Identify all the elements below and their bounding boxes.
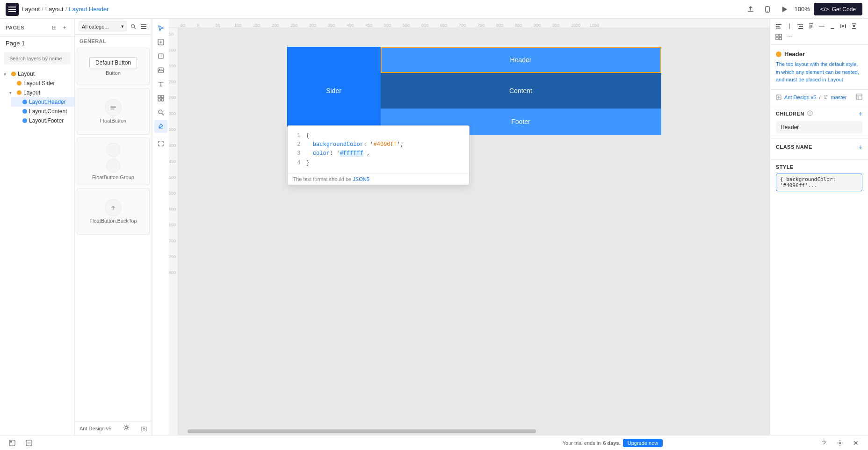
expand-icon[interactable] xyxy=(154,137,167,150)
bottom-close-icon[interactable]: ✕ xyxy=(849,436,862,450)
toolbar-divider xyxy=(152,135,169,135)
main-layout: PAGES ⊞ + Page 1 ▾ ▾ Layout Layout.Sider xyxy=(0,19,868,435)
svg-rect-2 xyxy=(8,11,16,12)
component-icon[interactable] xyxy=(154,92,167,105)
float-button-backtop-component[interactable]: FloatButton.BackTop xyxy=(77,188,150,235)
image-icon[interactable] xyxy=(154,64,167,77)
layer-item-layout2[interactable]: ▾ Layout xyxy=(6,88,74,97)
align-center-icon[interactable] xyxy=(785,22,794,31)
button-component[interactable]: Default Button Button xyxy=(77,48,150,85)
align-top-icon[interactable] xyxy=(806,22,816,31)
layer-item-sider[interactable]: Layout.Sider xyxy=(6,79,74,88)
align-right-icon[interactable] xyxy=(796,22,805,31)
component-toolbar: All catego... ▾ xyxy=(75,19,152,35)
class-name-section: CLASS NAME + xyxy=(770,138,868,160)
svg-rect-1 xyxy=(8,9,16,10)
upload-icon[interactable] xyxy=(744,3,757,16)
svg-rect-40 xyxy=(842,25,844,27)
layer-item-footer[interactable]: Layout.Footer xyxy=(11,116,74,125)
children-add-button[interactable]: + xyxy=(859,110,862,117)
list-view-icon[interactable] xyxy=(139,22,148,31)
topbar-left: Layout / Layout / Layout.Header xyxy=(6,3,740,16)
layer-item-content[interactable]: Layout.Content xyxy=(11,107,74,116)
add-element-icon[interactable] xyxy=(154,36,167,49)
layer-dot-sider xyxy=(17,81,22,86)
align-left-icon[interactable] xyxy=(774,22,783,31)
canvas-header[interactable]: Header xyxy=(381,47,661,73)
app-logo[interactable] xyxy=(6,3,19,16)
canvas-sider[interactable]: Sider xyxy=(287,47,381,135)
horizontal-scrollbar[interactable] xyxy=(188,429,768,433)
children-section: CHILDREN i + Header xyxy=(770,105,868,138)
bottom-bar: Your trial ends in 6 days. Upgrade now ?… xyxy=(0,435,868,450)
get-code-button[interactable]: </> Get Code xyxy=(814,3,862,15)
float-button-preview xyxy=(105,99,122,116)
more-options-icon[interactable]: ⋯ xyxy=(785,32,794,42)
source-link[interactable]: Ant Design v5 xyxy=(784,94,816,100)
category-chevron: ▾ xyxy=(121,23,124,29)
pages-add-icon[interactable]: + xyxy=(60,23,69,32)
svg-rect-39 xyxy=(845,24,846,28)
header-label: Header xyxy=(510,56,532,64)
source-table-icon[interactable] xyxy=(856,94,862,101)
layer-item-layout1[interactable]: ▾ Layout xyxy=(0,69,74,79)
style-section: STYLE { backgroundColor: '#4096ff'... xyxy=(770,160,868,197)
frame-icon[interactable] xyxy=(154,50,167,63)
text-edit-icon[interactable] xyxy=(154,120,167,133)
layer-item-header[interactable]: Layout.Header xyxy=(11,97,74,107)
children-item-header[interactable]: Header xyxy=(776,121,862,133)
code-editor-inner[interactable]: 1 { 2 backgroundColor: '#4096ff', 3 colo… xyxy=(288,126,469,173)
bottom-help-icon[interactable]: ? xyxy=(817,436,831,450)
upgrade-button[interactable]: Upgrade now xyxy=(623,439,663,447)
category-label: All catego... xyxy=(82,24,108,29)
breadcrumb-current[interactable]: Layout.Header xyxy=(69,6,108,13)
style-input[interactable]: { backgroundColor: '#4096ff'... xyxy=(776,174,862,191)
settings-icon[interactable] xyxy=(123,424,130,432)
distribute-h-icon[interactable] xyxy=(839,22,848,31)
class-add-button[interactable]: + xyxy=(859,143,862,151)
breadcrumb-layout2[interactable]: Layout xyxy=(45,6,64,13)
component-list: Default Button Button FloatButton xyxy=(75,46,152,421)
canvas-content[interactable]: Content xyxy=(381,73,661,109)
bottom-settings-icon[interactable] xyxy=(833,436,846,450)
align-middle-icon[interactable] xyxy=(817,22,826,31)
svg-rect-35 xyxy=(811,25,812,28)
page1-item[interactable]: Page 1 xyxy=(0,37,74,50)
layer-tree: ▾ Layout Layout.Sider ▾ Layout Layout.He… xyxy=(0,67,74,435)
grid-icon[interactable] xyxy=(774,32,783,42)
pages-expand-icon[interactable]: ⊞ xyxy=(50,23,58,32)
children-info-icon[interactable]: i xyxy=(807,110,813,117)
canvas-layout: Sider Header Content xyxy=(287,47,661,135)
search-canvas-icon[interactable] xyxy=(154,106,167,119)
svg-point-61 xyxy=(839,442,841,444)
breadcrumb-sep1: / xyxy=(42,6,43,13)
bottom-icon-left2[interactable] xyxy=(22,436,36,450)
code-line-3: 3 color: '#ffffff', xyxy=(293,149,463,158)
children-title: CHILDREN xyxy=(776,111,804,116)
cursor-icon[interactable] xyxy=(154,22,167,35)
svg-rect-20 xyxy=(158,95,160,98)
dollar-sign-label[interactable]: [$] xyxy=(141,426,147,431)
svg-point-8 xyxy=(131,24,135,28)
float-button-group-component[interactable]: FloatButton.Group xyxy=(77,138,150,185)
play-icon[interactable] xyxy=(778,3,791,16)
canvas-scroll[interactable]: Sider Header Content xyxy=(178,28,770,435)
branch-link[interactable]: master xyxy=(831,94,847,100)
svg-rect-32 xyxy=(798,28,803,29)
layer-search-input[interactable] xyxy=(9,56,74,61)
bottom-icon-left1[interactable] xyxy=(6,436,19,450)
svg-point-50 xyxy=(825,98,825,99)
float-button-component[interactable]: FloatButton xyxy=(77,88,150,135)
canvas-right-section: Header Content Footer xyxy=(381,47,661,135)
mobile-preview-icon[interactable] xyxy=(761,3,774,16)
code-hint-link[interactable]: JSON5 xyxy=(353,176,369,182)
search-components-icon[interactable] xyxy=(129,22,137,31)
source-separator: / xyxy=(819,94,820,100)
breadcrumb-layout1[interactable]: Layout xyxy=(22,6,40,13)
align-bottom-icon[interactable] xyxy=(828,22,837,31)
category-dropdown[interactable]: All catego... ▾ xyxy=(79,22,127,31)
distribute-v-icon[interactable] xyxy=(849,22,859,31)
desc-highlight: in which any element can be nested, and … xyxy=(776,69,859,83)
svg-rect-17 xyxy=(159,54,163,58)
text-icon[interactable] xyxy=(154,78,167,91)
